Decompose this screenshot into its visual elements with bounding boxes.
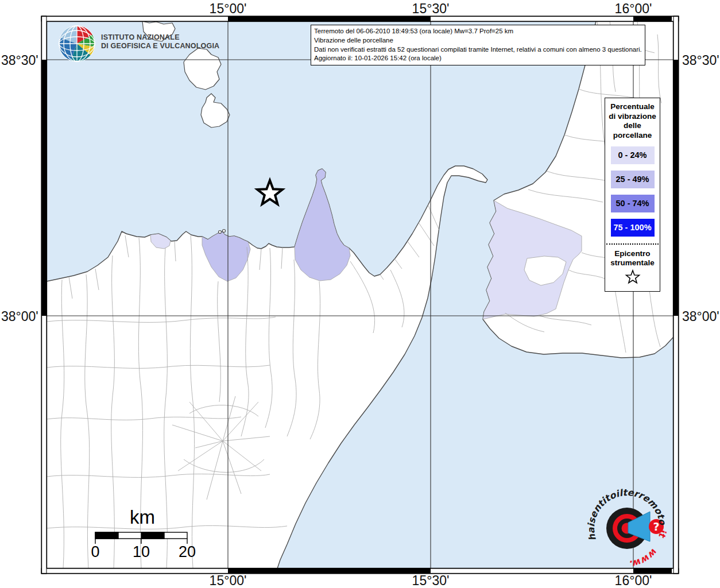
axis-label-top-16-00: 16°00' xyxy=(615,1,652,17)
legend-epicenter-star-icon xyxy=(624,269,641,285)
axis-label-left-38-30: 38°30' xyxy=(1,53,38,68)
legend-box: Percentuale di vibrazione delle porcella… xyxy=(605,98,660,292)
ingv-globe-logo xyxy=(59,25,95,62)
legend-title: Percentuale di vibrazione delle porcella… xyxy=(605,102,660,140)
axis-label-bottom-15-00: 15°00' xyxy=(210,573,247,588)
axis-label-bottom-16-00: 16°00' xyxy=(615,573,652,588)
map-svg: ? haisentitoilterremoto.it www. xyxy=(0,0,720,588)
ingv-line2: DI GEOFISICA E VULCANOLOGIA xyxy=(101,42,219,51)
map-page: { "header": { "ingv": { "line1": "ISTITU… xyxy=(0,0,720,588)
islet xyxy=(219,231,222,234)
ingv-wordmark: ISTITUTO NAZIONALE DI GEOFISICA E VULCAN… xyxy=(101,33,219,51)
islet xyxy=(223,230,226,233)
axis-label-left-38-00: 38°00' xyxy=(1,309,38,324)
legend-swatch-25-49: 25 - 49% xyxy=(611,171,655,188)
earthquake-info-box: Terremoto del 06-06-2010 18:49:53 (ora l… xyxy=(311,25,645,65)
axis-label-right-38-00: 38°00' xyxy=(682,309,719,324)
legend-swatch-0-24: 0 - 24% xyxy=(611,146,655,164)
axis-label-bottom-15-30: 15°30' xyxy=(412,573,450,588)
legend-swatch-75-100: 75 - 100% xyxy=(611,219,655,237)
scale-tick-20: 20 xyxy=(179,543,196,561)
axis-label-top-15-00: 15°00' xyxy=(210,1,247,17)
legend-swatch-50-74: 50 - 74% xyxy=(611,195,655,212)
info-line-source: Dati non verificati estratti da 52 quest… xyxy=(314,45,642,55)
axis-label-top-15-30: 15°30' xyxy=(412,1,450,17)
scale-tick-10: 10 xyxy=(133,543,150,561)
ingv-line1: ISTITUTO NAZIONALE xyxy=(101,33,219,42)
info-line-effect: Vibrazione delle porcellane xyxy=(314,36,642,45)
legend-epicenter-label: Epicentro strumentale xyxy=(605,249,660,268)
axis-label-right-38-30: 38°30' xyxy=(682,53,719,68)
legend-divider xyxy=(606,243,659,245)
scale-unit-label: km xyxy=(130,506,155,528)
info-line-updated: Aggiornato il: 10-01-2026 15:42 (ora loc… xyxy=(314,54,642,63)
info-line-event: Terremoto del 06-06-2010 18:49:53 (ora l… xyxy=(314,27,642,36)
scale-tick-0: 0 xyxy=(91,543,99,561)
